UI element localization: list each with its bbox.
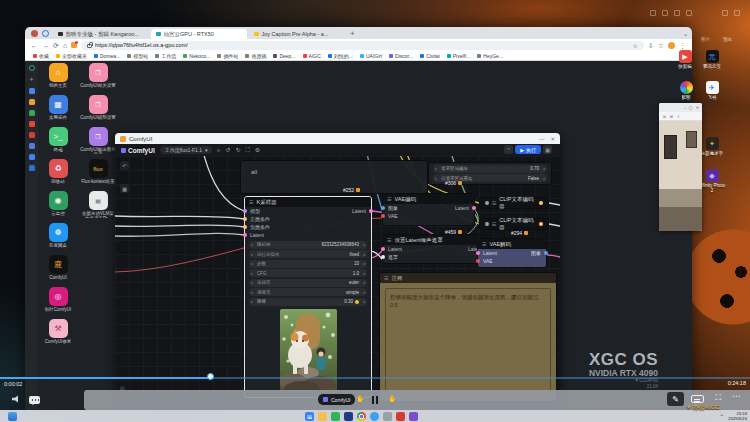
pause-button[interactable] (372, 396, 378, 404)
rail-add-icon[interactable]: + (29, 76, 33, 83)
raise-hand-icon[interactable]: ✋ (356, 395, 365, 402)
app-shortcut[interactable]: ⌂ 我的主页 (41, 63, 75, 90)
bookmark-item[interactable]: Deep... (273, 53, 295, 59)
output-port[interactable] (472, 206, 476, 210)
annotate-pencil-button[interactable]: ✎ (667, 392, 684, 406)
input-port[interactable] (381, 214, 385, 218)
input-port[interactable] (243, 233, 247, 237)
bookmark-item[interactable]: 画原稿 (245, 53, 266, 59)
node-ksampler[interactable]: ☰ K采样器 模型 Latent (244, 196, 372, 398)
textbox-value[interactable]: all (241, 161, 427, 175)
video-progress-handle[interactable] (207, 373, 214, 380)
download-icon[interactable]: ⇩ (648, 42, 654, 49)
workflow-selector[interactable]: 工作流flux1-F1.1 ▾ (160, 146, 213, 154)
widget-row[interactable]: 降噪 0.30 (249, 298, 367, 306)
reload-icon[interactable]: ⟳ (53, 42, 59, 49)
bookmark-item[interactable]: UAIGirl (360, 53, 382, 59)
rail-app-icon[interactable] (29, 154, 35, 160)
bookmark-item[interactable]: 收藏 (33, 53, 49, 59)
browser-logo-icon[interactable] (42, 30, 49, 37)
toolbar-icon[interactable]: ↺ (226, 147, 231, 153)
tab-joy-caption[interactable]: Joy Caption Pre Alpha - a... (249, 29, 345, 39)
input-port[interactable] (243, 217, 247, 221)
new-tab-button[interactable]: + (350, 29, 355, 38)
queue-grid-icon[interactable]: ▦ (543, 145, 552, 154)
comfyui-title-bar[interactable]: ComfyUI — ✕ (115, 133, 560, 144)
raise-hand-icon-2[interactable]: ✋ (388, 395, 397, 402)
input-port[interactable] (381, 255, 385, 259)
rail-app-icon[interactable] (29, 165, 35, 171)
bookmark-item[interactable]: HeyGe... (477, 53, 503, 59)
comfyui-session-pill[interactable]: ComfyUI (318, 394, 355, 405)
bookmark-item[interactable]: Domea... (94, 53, 120, 59)
toolbar-icon[interactable]: ↻ (236, 147, 241, 153)
copy-icon[interactable]: ⧉ (663, 114, 666, 119)
frame-icon[interactable]: ▣ (120, 184, 129, 193)
rail-app-icon[interactable] (29, 132, 35, 138)
widget-row[interactable]: CFG 1.0 (249, 269, 367, 277)
taskbar-app-icon[interactable] (383, 412, 392, 421)
tab-xiangong-gpu[interactable]: 仙宫云GPU - RTX50 (151, 29, 247, 39)
bookmark-star-icon[interactable]: ☆ (632, 42, 637, 49)
more-options-icon[interactable]: ⋯ (732, 392, 741, 401)
rail-app-icon[interactable] (29, 121, 35, 127)
close-icon[interactable]: ✕ (696, 105, 699, 110)
rail-app-icon[interactable] (29, 143, 35, 149)
run-button[interactable]: ▶ 执行 (515, 145, 541, 154)
widget-row[interactable]: 调度器 simple (249, 288, 367, 296)
bookmark-item[interactable]: Discor... (389, 53, 413, 59)
bookmark-item[interactable]: 工作流 (155, 53, 176, 59)
app-shortcut[interactable]: ❐ ComfyUI输出图片目录 (81, 127, 115, 154)
input-port[interactable] (243, 225, 247, 229)
hamburger-icon[interactable]: ☰ (387, 237, 391, 243)
bookmark-item[interactable]: 模型站 (127, 53, 148, 59)
taskbar-app-icon[interactable] (331, 412, 340, 421)
rail-chat-icon[interactable] (29, 65, 35, 71)
minimize-icon[interactable]: — (539, 136, 545, 142)
input-port[interactable] (243, 209, 247, 213)
widget-row[interactable]: 遮罩区域阈值 0.70 (433, 165, 547, 173)
app-shortcut[interactable]: ▤ 全新支持VLM架构多语言Pr... (81, 191, 115, 218)
address-bar[interactable]: https://qlpw76fiu4htf1el.os.a-gpu.com/ ☆ (81, 41, 644, 50)
close-icon[interactable]: ✕ (550, 136, 555, 142)
taskbar-app-icon[interactable]: ⊞ (305, 412, 314, 421)
taskbar-app-icon[interactable] (370, 412, 379, 421)
output-port[interactable] (539, 222, 543, 226)
desktop-shortcut[interactable]: ▶ 快剪辑 (670, 50, 700, 69)
app-shortcut[interactable]: ◉ 云监控 (41, 191, 75, 218)
account-avatar[interactable] (668, 42, 675, 49)
extension-badge-icon[interactable] (71, 42, 77, 48)
input-port[interactable] (381, 206, 385, 210)
browser-menu-icon[interactable]: ⋮ (679, 42, 686, 49)
output-port[interactable] (539, 201, 543, 205)
subtitles-icon[interactable] (691, 395, 704, 403)
rail-app-icon[interactable] (29, 110, 35, 116)
tray-clock[interactable]: 23:24 2025/6/24 (728, 411, 747, 421)
rail-app-icon[interactable] (29, 99, 35, 105)
comments-icon[interactable] (29, 396, 40, 404)
desktop-shortcut[interactable]: ✈ 飞书 (697, 81, 727, 100)
toolbar-icon[interactable]: ▹ (217, 147, 220, 153)
minimize-icon[interactable]: – (684, 105, 686, 110)
node-clip-encode-1[interactable]: ☰ CLIP文本编码器 (479, 197, 549, 209)
node-clip-encode-2[interactable]: ☰ CLIP文本编码器 (479, 218, 549, 230)
input-port[interactable] (476, 259, 480, 263)
widget-row[interactable]: 采样器 euler (249, 279, 367, 287)
toolbar-icon[interactable]: ⛶ (246, 147, 250, 153)
tray-chevron-icon[interactable]: ⌃ (719, 413, 724, 420)
app-shortcut[interactable]: ⚒ ComfyUI修复 (41, 319, 75, 346)
fullscreen-icon[interactable]: ⛶ (715, 394, 721, 402)
taskbar-app-icon[interactable] (396, 412, 405, 421)
widget-row[interactable]: 运行后操作 fixed (249, 250, 367, 258)
save-icon[interactable]: ⊞ (670, 114, 673, 119)
volume-icon[interactable] (12, 395, 20, 403)
app-shortcut[interactable]: flux Flux-kontext权重 (81, 159, 115, 186)
app-shortcut[interactable]: 鹿 ComfyUI (41, 255, 75, 282)
taskbar-app-icon[interactable] (344, 412, 353, 421)
desktop-shortcut[interactable]: 元 腾讯元宝 (697, 50, 727, 69)
back-icon[interactable]: ← (31, 42, 38, 49)
favorites-icon[interactable]: ☆ (658, 42, 664, 49)
note-text[interactable]: 想修改幅度大就改这个降噪，值越低越接近原图，建议别超过0.5 (385, 288, 551, 396)
hamburger-icon[interactable]: ☰ (482, 241, 486, 247)
app-shortcut[interactable]: >_ 终端 (41, 127, 75, 154)
